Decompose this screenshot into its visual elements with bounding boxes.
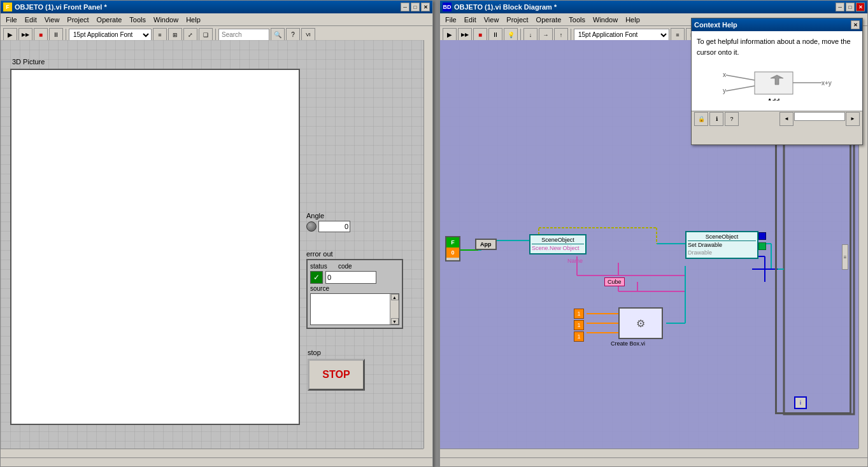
angle-control: Angle 0 — [306, 212, 350, 232]
source-scrollbar[interactable]: ▲ ▼ — [390, 294, 399, 324]
sb-track[interactable] — [391, 300, 399, 318]
fp-menubar: File Edit View Project Operate Tools Win… — [1, 13, 432, 26]
error-code-value[interactable]: 0 — [325, 271, 376, 284]
fp-font-select[interactable]: 15pt Application Font — [69, 29, 152, 41]
ch-help-btn[interactable]: ? — [725, 112, 739, 126]
app-node: App — [475, 239, 497, 250]
scene-object2-title: SceneObject — [688, 234, 756, 241]
source-label: source — [310, 285, 399, 292]
status-label: status — [310, 263, 336, 270]
ch-add-diagram: x y x+y Add — [697, 62, 857, 101]
green-terminal-1 — [758, 242, 766, 250]
bd-menu-project[interactable]: Project — [502, 15, 532, 25]
sb-up[interactable]: ▲ — [391, 294, 399, 300]
ch-close-btn[interactable]: ✕ — [851, 20, 860, 29]
svg-text:x: x — [723, 71, 726, 78]
angle-value[interactable]: 0 — [318, 221, 350, 232]
error-values-row: ✓ 0 — [310, 271, 399, 284]
bd-menu-help[interactable]: Help — [622, 15, 644, 25]
ch-add-svg: x y x+y Add — [720, 62, 834, 101]
sb-down[interactable]: ▼ — [391, 318, 399, 324]
bd-menu-edit[interactable]: Edit — [460, 15, 480, 25]
ch-content: To get helpful information about a node,… — [692, 31, 862, 111]
fp-menu-view[interactable]: View — [41, 15, 64, 25]
fp-menu-operate[interactable]: Operate — [93, 15, 126, 25]
cube-constant: Cube — [604, 277, 625, 286]
resize-handle[interactable]: ≡ — [842, 244, 848, 270]
set-drawable-label: Set Drawable — [688, 241, 756, 249]
error-source-box[interactable]: ▲ ▼ — [310, 293, 399, 325]
ch-title: Context Help — [694, 21, 737, 29]
svg-line-27 — [726, 75, 755, 80]
fp-title-icon: F — [3, 3, 12, 11]
stop-button[interactable]: STOP — [308, 359, 365, 391]
fp-menu-file[interactable]: File — [2, 15, 21, 25]
fp-content-area: 3D Picture Angle 0 error out status code… — [1, 40, 423, 449]
fp-v-scrollbar[interactable] — [423, 40, 432, 449]
blue-terminal-1 — [758, 232, 766, 240]
error-status-indicator: ✓ — [310, 271, 323, 284]
scene-new-object-title: SceneObject — [532, 237, 584, 244]
bd-maximize-btn[interactable]: □ — [846, 3, 855, 11]
svg-text:Add: Add — [767, 98, 779, 101]
loop-terminal: F 0 — [445, 236, 460, 261]
ch-scroll-area: ◄ ► — [779, 112, 860, 126]
picture-label: 3D Picture — [12, 58, 45, 66]
tb-sep1 — [66, 29, 66, 41]
fp-menu-project[interactable]: Project — [63, 15, 92, 25]
picture-box[interactable] — [10, 69, 300, 425]
bd-close-btn[interactable]: ✕ — [856, 3, 865, 11]
ch-scrollbar-track[interactable] — [794, 112, 845, 121]
ch-help-text: To get helpful information about a node,… — [697, 36, 857, 57]
fp-maximize-btn[interactable]: □ — [411, 3, 420, 11]
const-1b: 1 — [574, 320, 584, 330]
scene-new-object-node: SceneObject Scene.New Object — [529, 234, 587, 254]
fp-minimize-btn[interactable]: ─ — [401, 3, 409, 11]
angle-knob[interactable] — [306, 221, 317, 232]
fp-menu-help[interactable]: Help — [182, 15, 204, 25]
bd-font-select[interactable]: 15pt Application Font — [574, 29, 669, 41]
const-1c: 1 — [574, 331, 584, 342]
context-help-window: Context Help ✕ To get helpful informatio… — [691, 18, 863, 145]
ch-scroll-left[interactable]: ◄ — [779, 112, 793, 126]
fp-menu-tools[interactable]: Tools — [125, 15, 150, 25]
tb-sep2 — [215, 29, 216, 41]
bd-menu-view[interactable]: View — [480, 15, 503, 25]
svg-rect-31 — [755, 72, 793, 94]
bd-menu-window[interactable]: Window — [589, 15, 622, 25]
bd-title-icon: BD — [443, 3, 452, 11]
front-panel-window: F OBJETO (1).vi Front Panel * ─ □ ✕ File… — [0, 0, 433, 467]
fp-close-btn[interactable]: ✕ — [421, 3, 430, 11]
svg-text:y: y — [723, 87, 726, 94]
bd-menu-file[interactable]: File — [441, 15, 460, 25]
bd-statusbar — [440, 457, 867, 466]
fp-search-input[interactable] — [218, 29, 269, 41]
fp-h-scrollbar[interactable] — [1, 449, 423, 457]
ch-lock-btn[interactable]: 🔒 — [694, 112, 708, 126]
scene-new-object-label: Scene.New Object — [532, 244, 584, 252]
bd-tb-sep2 — [571, 29, 571, 41]
create-box-label: Create Box.vi — [611, 340, 645, 347]
angle-display: 0 — [306, 221, 350, 232]
scene-object-set-drawable-node: SceneObject Set Drawable Drawable — [685, 231, 758, 259]
bd-minimize-btn[interactable]: ─ — [836, 3, 844, 11]
name-label: Name — [567, 258, 583, 264]
bd-menu-operate[interactable]: Operate — [532, 15, 566, 25]
f-terminal: F — [446, 237, 459, 247]
bd-titlebar: BD OBJETO (1).vi Block Diagram * ─ □ ✕ — [440, 1, 867, 13]
fp-menu-window[interactable]: Window — [150, 15, 182, 25]
fp-menu-edit[interactable]: Edit — [21, 15, 41, 25]
error-out-label: error out — [306, 250, 403, 258]
loop-iteration-terminal: i — [794, 396, 807, 409]
fp-statusbar — [1, 457, 432, 466]
bd-menu-tools[interactable]: Tools — [565, 15, 589, 25]
ch-scroll-right[interactable]: ► — [846, 112, 860, 126]
error-box: status code ✓ 0 source ▲ ▼ — [306, 259, 403, 329]
stop-label: stop — [308, 349, 365, 356]
ch-titlebar: Context Help ✕ — [692, 18, 862, 31]
error-out-cluster: error out status code ✓ 0 source ▲ ▼ — [306, 250, 403, 329]
block-diagram-title: OBJETO (1).vi Block Diagram * — [454, 3, 557, 11]
create-box-node: ⚙ — [618, 307, 663, 339]
bd-h-scrollbar[interactable] — [440, 449, 858, 457]
ch-info-btn[interactable]: ℹ — [709, 112, 723, 126]
